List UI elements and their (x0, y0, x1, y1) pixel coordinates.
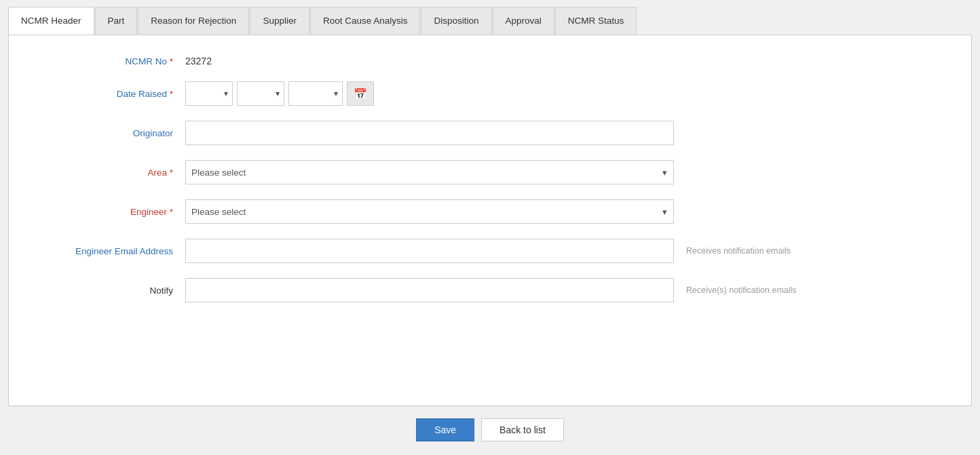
originator-row: Originator (36, 121, 944, 145)
save-button[interactable]: Save (416, 418, 474, 441)
area-select-area: Please select (185, 160, 674, 184)
date-group: JanFebMar AprMayJun JulAugSep OctNovDec … (185, 81, 674, 106)
date-raised-label: Date Raised * (36, 89, 185, 99)
ncmr-no-value-area: 23272 (185, 56, 674, 66)
area-select-wrapper: Please select (185, 160, 674, 184)
notify-label: Notify (36, 285, 185, 296)
back-to-list-button[interactable]: Back to list (481, 418, 564, 441)
engineer-email-label: Engineer Email Address (36, 246, 185, 256)
engineer-email-input-area (185, 239, 674, 263)
engineer-label: Engineer * (36, 207, 185, 217)
day-select[interactable]: 12345 678910 1112131415 1617181920 21222… (237, 81, 284, 106)
tab-ncmr-status[interactable]: NCMR Status (555, 7, 637, 35)
originator-label: Originator (36, 128, 185, 138)
engineer-email-row: Engineer Email Address Receives notifica… (36, 239, 944, 263)
notify-hint: Receive(s) notification emails (686, 285, 797, 295)
tab-ncmr-header[interactable]: NCMR Header (8, 7, 94, 35)
area-label: Area * (36, 167, 185, 178)
notify-input[interactable] (185, 278, 674, 302)
year-select-wrapper: 202020212022 202320242025 (288, 81, 343, 106)
date-raised-controls: JanFebMar AprMayJun JulAugSep OctNovDec … (185, 81, 674, 106)
month-select-wrapper: JanFebMar AprMayJun JulAugSep OctNovDec (185, 81, 233, 106)
bottom-bar: Save Back to list (8, 406, 972, 448)
tab-reason-for-rejection[interactable]: Reason for Rejection (138, 7, 249, 35)
engineer-select-area: Please select (185, 199, 674, 224)
engineer-row: Engineer * Please select (36, 199, 944, 224)
day-select-wrapper: 12345 678910 1112131415 1617181920 21222… (237, 81, 284, 106)
notify-input-area (185, 278, 674, 302)
tab-approval[interactable]: Approval (493, 7, 554, 35)
engineer-email-input[interactable] (185, 239, 674, 263)
month-select[interactable]: JanFebMar AprMayJun JulAugSep OctNovDec (185, 81, 233, 106)
originator-input-area (185, 121, 674, 145)
engineer-select[interactable]: Please select (185, 199, 674, 224)
tab-disposition[interactable]: Disposition (421, 7, 491, 35)
calendar-button[interactable]: 📅 (347, 81, 374, 106)
notify-row: Notify Receive(s) notification emails (36, 278, 944, 302)
year-select[interactable]: 202020212022 202320242025 (288, 81, 343, 106)
tab-bar: NCMR Header Part Reason for Rejection Su… (8, 7, 972, 35)
ncmr-no-row: NCMR No * 23272 (36, 56, 944, 66)
area-select[interactable]: Please select (185, 160, 674, 184)
ncmr-no-label: NCMR No * (36, 56, 185, 66)
engineer-select-wrapper: Please select (185, 199, 674, 224)
calendar-icon: 📅 (354, 87, 367, 100)
date-raised-row: Date Raised * JanFebMar AprMayJun JulAug… (36, 81, 944, 106)
originator-input[interactable] (185, 121, 674, 145)
form-panel: NCMR No * 23272 Date Raised * JanFebMar … (8, 35, 972, 406)
engineer-email-hint: Receives notification emails (686, 246, 791, 256)
tab-part[interactable]: Part (95, 7, 138, 35)
area-row: Area * Please select (36, 160, 944, 184)
tab-root-cause-analysis[interactable]: Root Cause Analysis (310, 7, 421, 35)
ncmr-no-value: 23272 (185, 56, 212, 66)
tab-supplier[interactable]: Supplier (250, 7, 309, 35)
